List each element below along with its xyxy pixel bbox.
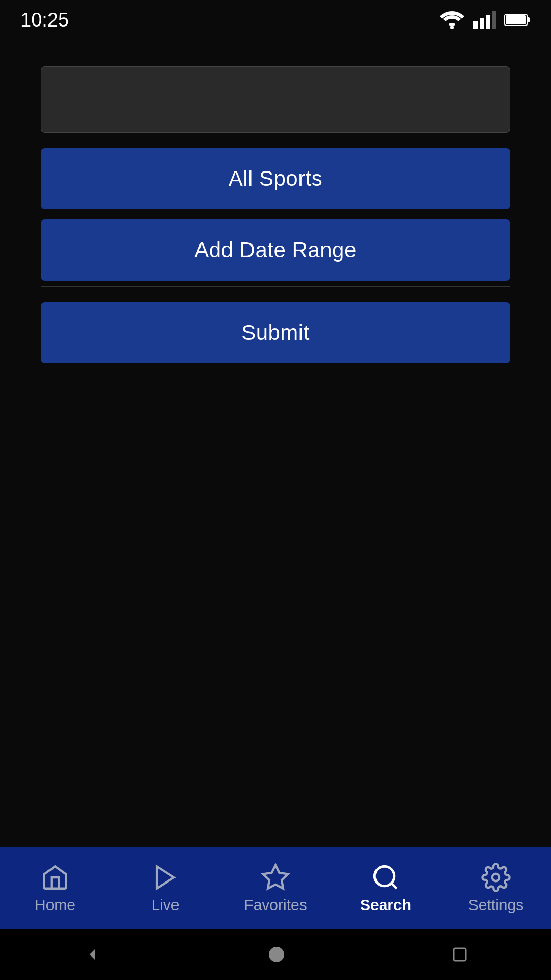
nav-label-settings: Settings — [468, 896, 523, 914]
bottom-nav: Home Live Favorites Search Settings — [0, 847, 551, 929]
svg-line-11 — [391, 883, 397, 889]
android-recents-button[interactable] — [450, 945, 469, 964]
divider — [41, 286, 510, 287]
svg-marker-8 — [157, 866, 174, 889]
nav-label-search: Search — [360, 896, 411, 914]
settings-icon — [481, 863, 511, 892]
nav-label-home: Home — [35, 896, 76, 914]
recents-icon — [450, 945, 469, 964]
nav-item-live[interactable]: Live — [110, 863, 220, 914]
submit-button[interactable]: Submit — [41, 302, 510, 363]
search-icon — [371, 863, 400, 892]
svg-rect-6 — [527, 17, 530, 22]
status-icons — [439, 11, 531, 29]
main-content: All Sports Add Date Range Submit — [0, 36, 551, 847]
svg-rect-15 — [454, 948, 466, 961]
nav-item-home[interactable]: Home — [0, 863, 110, 914]
svg-point-10 — [374, 866, 394, 886]
svg-point-0 — [450, 26, 454, 29]
status-time: 10:25 — [20, 9, 69, 31]
android-home-icon — [267, 945, 286, 964]
svg-rect-7 — [506, 15, 526, 24]
all-sports-button[interactable]: All Sports — [41, 148, 510, 209]
svg-marker-9 — [263, 865, 288, 889]
battery-icon — [504, 12, 531, 28]
svg-rect-1 — [473, 21, 478, 29]
svg-point-14 — [269, 947, 284, 962]
svg-marker-13 — [90, 949, 95, 960]
nav-label-favorites: Favorites — [244, 896, 307, 914]
android-nav-bar — [0, 929, 551, 980]
search-input[interactable] — [41, 67, 510, 132]
nav-item-favorites[interactable]: Favorites — [220, 863, 331, 914]
android-back-button[interactable] — [82, 944, 103, 965]
svg-rect-4 — [492, 11, 496, 29]
home-icon — [40, 863, 70, 892]
signal-icon — [473, 11, 496, 29]
svg-point-12 — [492, 874, 500, 881]
svg-rect-3 — [486, 15, 490, 29]
wifi-icon — [439, 11, 465, 29]
add-date-range-button[interactable]: Add Date Range — [41, 219, 510, 281]
favorites-icon — [261, 863, 290, 892]
svg-rect-2 — [480, 18, 484, 29]
android-home-button[interactable] — [267, 945, 286, 964]
live-icon — [151, 863, 180, 892]
nav-label-live: Live — [151, 896, 179, 914]
nav-item-settings[interactable]: Settings — [441, 863, 551, 914]
nav-item-search[interactable]: Search — [331, 863, 441, 914]
status-bar: 10:25 — [0, 0, 551, 36]
search-input-container[interactable] — [41, 66, 510, 133]
back-icon — [82, 944, 103, 965]
